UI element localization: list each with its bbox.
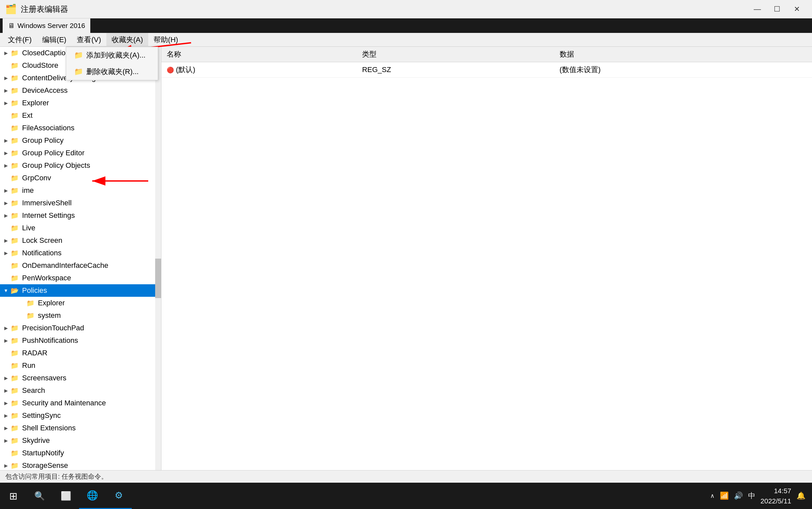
expand-arrow[interactable]: ▼: [3, 288, 9, 293]
tab-windows-server[interactable]: 🖥 Windows Server 2016: [3, 19, 91, 33]
expand-arrow[interactable]: ▶: [3, 375, 9, 381]
expand-arrow[interactable]: ▶: [3, 100, 9, 106]
tree-item[interactable]: ▶📁Screensavers: [0, 372, 161, 384]
folder-icon: 📁: [10, 99, 19, 107]
app-icon: 🗂️: [5, 4, 17, 14]
menu-view[interactable]: 查看(V): [71, 33, 106, 47]
tree-item[interactable]: ▶📁ImmersiveShell: [0, 197, 161, 209]
expand-arrow[interactable]: ▶: [3, 463, 9, 468]
tree-item[interactable]: ▶📁StorageSense: [0, 459, 161, 470]
folder-icon: 📁: [10, 111, 19, 120]
taskbar-ie-button[interactable]: 🌐: [79, 483, 105, 509]
menu-edit[interactable]: 编辑(E): [37, 33, 71, 47]
expand-arrow[interactable]: ▶: [3, 250, 9, 256]
folder-icon: 📁: [10, 174, 19, 182]
menubar: 文件(F) 编辑(E) 查看(V) 收藏夹(A) 帮助(H) 📁 添加到收藏夹(…: [0, 33, 812, 47]
expand-arrow[interactable]: ▶: [3, 338, 9, 343]
tree-item-label: SettingSync: [22, 411, 61, 420]
tree-item-label: Explorer: [22, 99, 49, 107]
expand-arrow[interactable]: ▶: [3, 426, 9, 431]
tree-item[interactable]: ▼📂Policies: [0, 284, 161, 297]
tree-item[interactable]: 📁Live: [0, 222, 161, 234]
notification-icon[interactable]: 🔔: [797, 491, 805, 500]
tree-item[interactable]: ▶📁Notifications: [0, 247, 161, 259]
title-bar-left: 🗂️ 注册表编辑器: [5, 4, 68, 14]
tree-item[interactable]: ▶📁Group Policy Objects: [0, 159, 161, 172]
tree-item[interactable]: ▶📁Explorer: [0, 97, 161, 109]
tree-item[interactable]: ▶📁Shell Extensions: [0, 422, 161, 434]
expand-arrow[interactable]: ▶: [3, 438, 9, 443]
folder-icon: 📁: [10, 49, 19, 57]
tree-item-label: ImmersiveShell: [22, 199, 71, 207]
menu-favorites[interactable]: 收藏夹(A): [106, 33, 148, 47]
folder-icon: 📁: [10, 274, 19, 282]
menu-file[interactable]: 文件(F): [3, 33, 37, 47]
volume-icon[interactable]: 🔊: [734, 491, 743, 500]
tree-item[interactable]: ▶📁Group Policy Editor: [0, 147, 161, 159]
tree-item[interactable]: 📁RADAR: [0, 347, 161, 359]
tree-item-label: Search: [22, 386, 45, 395]
expand-arrow[interactable]: ▶: [3, 200, 9, 206]
tree-item[interactable]: ▶📁Skydrive: [0, 434, 161, 447]
tree-item[interactable]: 📁StartupNotify: [0, 447, 161, 459]
table-header-row: 名称 类型 数据: [161, 47, 812, 62]
expand-arrow[interactable]: ▶: [3, 238, 9, 243]
expand-arrow[interactable]: ▶: [3, 188, 9, 193]
tree-item[interactable]: ▶📁Security and Maintenance: [0, 397, 161, 409]
start-button[interactable]: ⊞: [0, 483, 26, 509]
tree-item[interactable]: 📁FileAssociations: [0, 122, 161, 134]
tree-item[interactable]: 📁Explorer: [0, 297, 161, 309]
maximize-button[interactable]: ☐: [767, 1, 787, 17]
favorites-add[interactable]: 📁 添加到收藏夹(A)...: [66, 47, 158, 64]
network-icon[interactable]: 📶: [720, 491, 729, 500]
close-button[interactable]: ✕: [787, 1, 807, 17]
expand-arrow[interactable]: ▶: [3, 163, 9, 168]
tree-item[interactable]: ▶📁PrecisionTouchPad: [0, 322, 161, 334]
folder-icon: 📁: [10, 437, 19, 444]
tree-item[interactable]: ▶📁ime: [0, 184, 161, 197]
favorites-dropdown: 📁 添加到收藏夹(A)... 📁 删除收藏夹(R)...: [66, 47, 158, 80]
expand-arrow[interactable]: ▶: [3, 50, 9, 56]
regedit-icon: ⚙: [115, 490, 123, 501]
menu-help[interactable]: 帮助(H): [148, 33, 184, 47]
folder-icon: 📁: [10, 462, 19, 470]
search-button[interactable]: 🔍: [26, 483, 53, 509]
expand-arrow[interactable]: ▶: [3, 88, 9, 93]
tree-item-label: StartupNotify: [22, 449, 64, 457]
expand-arrow[interactable]: ▶: [3, 400, 9, 406]
tree-scrollbar[interactable]: [155, 47, 161, 470]
tree-item[interactable]: ▶📁Lock Screen: [0, 234, 161, 247]
tree-item[interactable]: 📁OnDemandInterfaceCache: [0, 259, 161, 272]
expand-arrow[interactable]: ▶: [3, 138, 9, 143]
tree-item[interactable]: 📁system: [0, 309, 161, 322]
tree-item[interactable]: 📁Run: [0, 359, 161, 372]
expand-arrow[interactable]: ▶: [3, 413, 9, 418]
tree-item[interactable]: ▶📁DeviceAccess: [0, 84, 161, 97]
minimize-button[interactable]: —: [747, 1, 767, 17]
expand-arrow[interactable]: ▶: [3, 150, 9, 156]
expand-arrow[interactable]: ▶: [3, 326, 9, 331]
system-tray-chevron[interactable]: ∧: [710, 492, 715, 500]
tree-item[interactable]: ▶📁Internet Settings: [0, 209, 161, 222]
tree-item[interactable]: ▶📁Search: [0, 384, 161, 397]
tree-item[interactable]: 📁PenWorkspace: [0, 272, 161, 284]
favorites-remove[interactable]: 📁 删除收藏夹(R)...: [66, 64, 158, 80]
window-controls: — ☐ ✕: [747, 1, 807, 17]
tree-item[interactable]: 📁Ext: [0, 109, 161, 122]
tree-item[interactable]: 📁GrpConv: [0, 172, 161, 184]
tree-item[interactable]: ▶📁Group Policy: [0, 134, 161, 147]
tree-item-label: PenWorkspace: [22, 274, 71, 282]
tree-item-label: Run: [22, 361, 35, 370]
taskbar-regedit-button[interactable]: ⚙: [105, 483, 132, 509]
tab-label: Windows Server 2016: [18, 22, 85, 30]
expand-arrow[interactable]: ▶: [3, 388, 9, 393]
expand-arrow[interactable]: ▶: [3, 213, 9, 218]
tree-item[interactable]: ▶📁PushNotifications: [0, 334, 161, 347]
task-view-button[interactable]: ⬜: [53, 483, 79, 509]
clock-area[interactable]: 14:57 2022/5/11: [760, 486, 791, 506]
folder-icon: 📁: [10, 324, 19, 332]
cell-name: 🔴 (默认): [161, 62, 357, 78]
expand-arrow[interactable]: ▶: [3, 75, 9, 80]
lang-indicator[interactable]: 中: [748, 491, 755, 501]
tree-item[interactable]: ▶📁SettingSync: [0, 409, 161, 422]
